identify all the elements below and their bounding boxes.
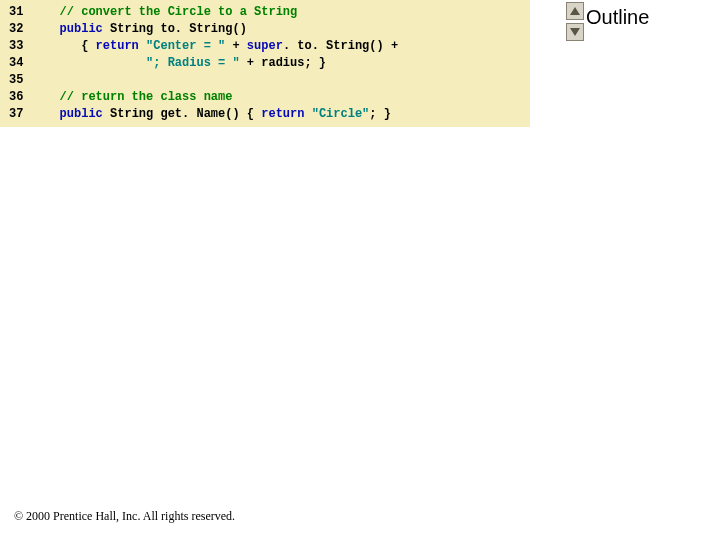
code-content: { return "Center = " + super. to. String… <box>38 38 530 55</box>
code-content: public String get. Name() { return "Circ… <box>38 106 530 123</box>
code-token: "Circle" <box>312 107 370 121</box>
line-number: 35 <box>0 72 38 89</box>
code-content: // convert the Circle to a String <box>38 4 530 21</box>
code-token: public <box>60 107 103 121</box>
code-block: 31 // convert the Circle to a String32 p… <box>0 0 530 127</box>
line-number: 31 <box>0 4 38 21</box>
code-line: 33 { return "Center = " + super. to. Str… <box>0 38 530 55</box>
code-token: super <box>247 39 283 53</box>
code-token <box>38 22 60 36</box>
code-token: // convert the Circle to a String <box>60 5 298 19</box>
code-token: . to. String() + <box>283 39 398 53</box>
code-line: 31 // convert the Circle to a String <box>0 4 530 21</box>
code-content <box>38 72 530 89</box>
code-line: 37 public String get. Name() { return "C… <box>0 106 530 123</box>
code-token: + radius; } <box>240 56 326 70</box>
code-token: String to. String() <box>103 22 247 36</box>
code-token: + <box>225 39 247 53</box>
line-number: 37 <box>0 106 38 123</box>
code-token <box>139 39 146 53</box>
line-number: 34 <box>0 55 38 72</box>
copyright-footer: © 2000 Prentice Hall, Inc. All rights re… <box>14 509 235 524</box>
triangle-down-icon <box>570 28 580 36</box>
code-token: return <box>96 39 139 53</box>
code-token <box>38 90 60 104</box>
line-number: 36 <box>0 89 38 106</box>
code-token <box>38 56 146 70</box>
code-line: 35 <box>0 72 530 89</box>
code-token <box>304 107 311 121</box>
code-token: "; Radius = " <box>146 56 240 70</box>
code-token: { <box>38 39 96 53</box>
outline-title: Outline <box>580 2 690 29</box>
code-content: public String to. String() <box>38 21 530 38</box>
code-token: return <box>261 107 304 121</box>
code-token: String get. Name() { <box>103 107 261 121</box>
code-content: // return the class name <box>38 89 530 106</box>
code-token <box>38 107 60 121</box>
line-number: 33 <box>0 38 38 55</box>
code-token: // return the class name <box>60 90 233 104</box>
code-token: public <box>60 22 103 36</box>
code-line: 36 // return the class name <box>0 89 530 106</box>
code-token <box>38 5 60 19</box>
code-line: 34 "; Radius = " + radius; } <box>0 55 530 72</box>
line-number: 32 <box>0 21 38 38</box>
outline-panel: Outline <box>580 2 690 29</box>
code-token: ; } <box>369 107 391 121</box>
code-content: "; Radius = " + radius; } <box>38 55 530 72</box>
code-token: "Center = " <box>146 39 225 53</box>
code-line: 32 public String to. String() <box>0 21 530 38</box>
triangle-up-icon <box>570 7 580 15</box>
